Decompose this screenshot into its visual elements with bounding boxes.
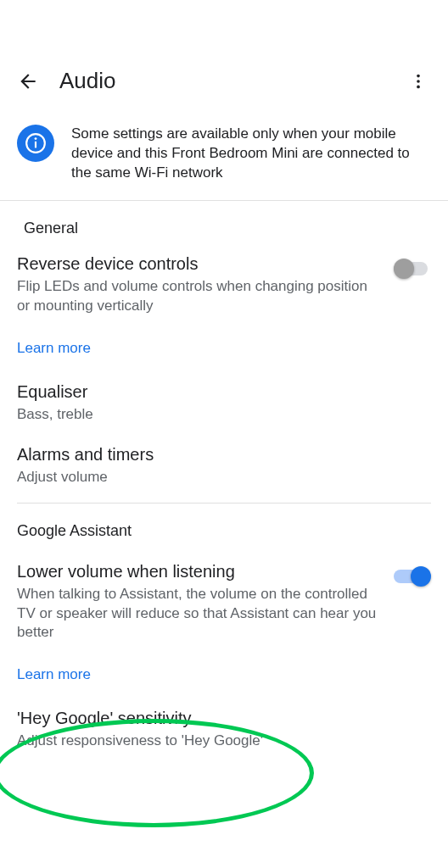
reverse-sub: Flip LEDs and volume controls when chang… — [17, 277, 384, 316]
sensitivity-sub: Adjust responsiveness to 'Hey Google' — [17, 732, 421, 751]
back-button[interactable] — [17, 70, 39, 92]
more-vert-icon — [409, 72, 428, 91]
equaliser-sub: Bass, treble — [17, 405, 421, 425]
lower-volume-sub: When talking to Assistant, the volume on… — [17, 585, 384, 643]
sensitivity-title: 'Hey Google' sensitivity — [17, 709, 421, 728]
svg-point-2 — [417, 85, 420, 88]
equaliser-title: Equaliser — [17, 382, 421, 402]
reverse-title: Reverse device controls — [17, 254, 384, 274]
page-title: Audio — [59, 68, 406, 94]
lower-volume-title: Lower volume when listening — [17, 562, 384, 581]
hey-google-sensitivity-row[interactable]: 'Hey Google' sensitivity Adjust responsi… — [0, 698, 448, 756]
reverse-toggle[interactable] — [394, 256, 431, 280]
arrow-left-icon — [17, 70, 39, 92]
info-banner-text: Some settings are available only when yo… — [71, 125, 431, 183]
divider — [17, 503, 431, 504]
alarms-sub: Adjust volume — [17, 468, 421, 487]
svg-point-5 — [35, 137, 37, 140]
alarms-timers-row[interactable]: Alarms and timers Adjust volume — [0, 430, 448, 496]
section-header-assistant: Google Assistant — [0, 510, 448, 548]
section-header-general: General — [0, 201, 448, 246]
svg-point-0 — [417, 74, 420, 77]
more-menu-button[interactable] — [406, 69, 431, 94]
learn-more-link-assistant[interactable]: Learn more — [0, 651, 448, 698]
learn-more-link-general[interactable]: Learn more — [0, 325, 448, 372]
equaliser-row[interactable]: Equaliser Bass, treble — [0, 372, 448, 430]
svg-rect-4 — [35, 142, 36, 148]
info-icon — [25, 132, 47, 154]
svg-point-1 — [417, 80, 420, 83]
lower-volume-toggle[interactable] — [394, 564, 431, 587]
lower-volume-row[interactable]: Lower volume when listening When talking… — [0, 548, 448, 652]
reverse-device-controls-row[interactable]: Reverse device controls Flip LEDs and vo… — [0, 246, 448, 325]
info-icon-wrap — [17, 125, 54, 162]
alarms-title: Alarms and timers — [17, 445, 421, 465]
info-banner: Some settings are available only when yo… — [0, 111, 448, 201]
